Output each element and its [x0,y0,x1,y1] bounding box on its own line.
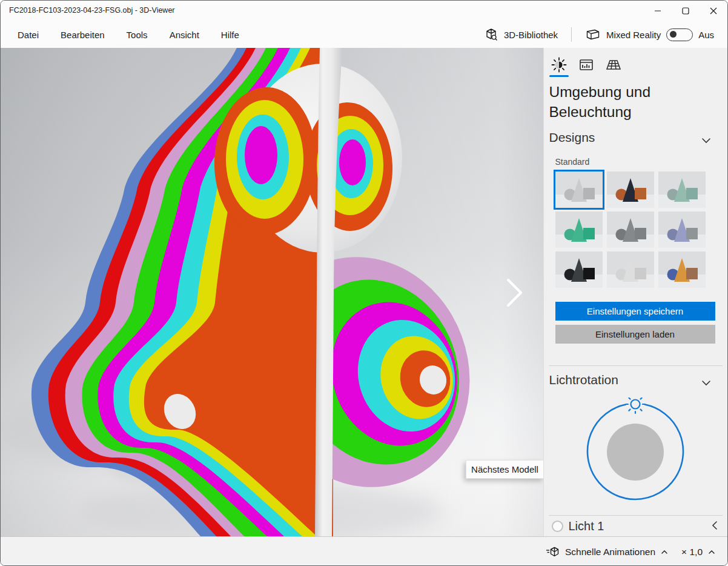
menu-datei[interactable]: Datei [9,25,47,44]
window-title: FC2018-FC103-2023-04-23-FSG.obj - 3D-Vie… [9,6,175,15]
design-theme-thumbnail[interactable] [658,171,706,208]
menu-bar-right: 3D-Bibliothek Mixed Reality Aus [479,21,719,48]
design-theme-thumbnail[interactable] [658,251,706,288]
zoom-level-dropdown[interactable]: × 1,0 [678,544,719,560]
light-rotation-dial[interactable] [581,398,690,507]
light1-label: Licht 1 [569,519,604,533]
panel-tabs [548,53,625,77]
menu-hilfe[interactable]: Hilfe [213,25,248,44]
3d-model-render [1,48,543,536]
load-settings-button[interactable]: Einstellungen laden [555,325,715,344]
close-icon [710,7,717,15]
mesh-grid-icon [604,56,623,73]
mixed-reality-state: Aus [698,30,714,40]
dial-knob [607,424,664,481]
tooltip-text: Nächstes Modell [471,464,538,474]
section-divider [549,365,723,366]
stats-icon [578,56,595,73]
next-model-button[interactable] [506,278,524,307]
light1-row: Licht 1 [544,516,728,536]
designs-section-title: Designs [549,130,595,145]
minimize-icon [654,7,661,15]
main-area: Nächstes Modell [1,48,727,536]
chevron-right-icon [506,278,524,307]
chevron-left-icon [712,521,718,530]
design-theme-thumbnail[interactable] [607,171,654,208]
designs-collapse-button[interactable] [701,136,711,145]
maximize-button[interactable] [672,1,700,21]
3d-library-label: 3D-Bibliothek [504,30,558,40]
light-rotation-collapse-button[interactable] [701,379,711,388]
theme-group-label: Standard [555,157,590,167]
toolbar-separator [571,27,572,42]
design-theme-thumbnail[interactable] [555,251,603,288]
app-window: FC2018-FC103-2023-04-23-FSG.obj - 3D-Vie… [0,0,728,566]
sun-icon [551,56,568,73]
mixed-reality-toggle[interactable] [666,28,693,41]
light1-expand-button[interactable] [712,521,718,532]
tab-stats[interactable] [575,53,598,77]
tab-grid[interactable] [602,53,625,77]
minimize-button[interactable] [644,1,672,21]
window-controls [644,1,727,21]
3d-library-button[interactable]: 3D-Bibliothek [479,24,563,45]
3d-library-icon [484,27,498,42]
design-theme-thumbnail[interactable] [607,251,654,288]
design-theme-thumbnail[interactable] [555,171,603,208]
toggle-knob [670,31,677,38]
next-model-tooltip: Nächstes Modell [466,460,543,479]
menu-items: Datei Bearbeiten Tools Ansicht Hilfe [1,25,248,44]
settings-panel: Umgebung und Beleuchtung Designs Standar… [543,48,728,536]
animation-speed-label: Schnelle Animationen [565,547,655,558]
title-bar[interactable]: FC2018-FC103-2023-04-23-FSG.obj - 3D-Vie… [1,1,727,21]
menu-bar: Datei Bearbeiten Tools Ansicht Hilfe 3D-… [1,21,727,48]
light-rotation-section-title: Lichtrotation [549,373,618,387]
chevron-down-icon [701,380,711,386]
sun-handle-icon [626,398,644,413]
animation-cube-icon [545,546,560,558]
zoom-level-label: × 1,0 [681,547,703,558]
light1-radio[interactable] [552,521,563,532]
animation-speed-dropdown[interactable]: Schnelle Animationen [541,544,672,561]
design-theme-thumbnail[interactable] [607,211,654,248]
chevron-down-icon [701,138,711,144]
design-theme-thumbnail[interactable] [658,211,706,248]
chevron-up-icon [661,550,668,554]
tab-environment-lighting[interactable] [548,53,571,77]
design-theme-grid [555,171,706,288]
save-settings-button[interactable]: Einstellungen speichern [555,302,715,321]
menu-bearbeiten[interactable]: Bearbeiten [52,25,113,44]
panel-heading: Umgebung und Beleuchtung [549,82,713,122]
chevron-up-icon [708,550,715,554]
close-button[interactable] [700,1,727,21]
mixed-reality-icon [585,28,601,41]
3d-viewport-canvas[interactable]: Nächstes Modell [1,48,543,536]
design-theme-thumbnail[interactable] [555,211,603,248]
mixed-reality-label: Mixed Reality [606,30,661,40]
menu-ansicht[interactable]: Ansicht [161,25,208,44]
maximize-icon [682,7,689,15]
status-bar: Schnelle Animationen × 1,0 [1,536,727,566]
mixed-reality-control: Mixed Reality Aus [580,24,719,45]
menu-tools[interactable]: Tools [118,25,156,44]
